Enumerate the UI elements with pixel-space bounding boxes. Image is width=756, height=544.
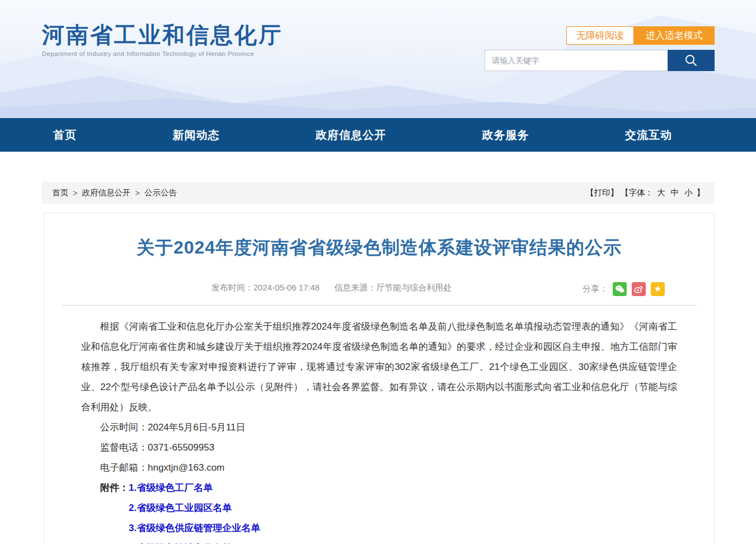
qzone-share-icon[interactable]: ★ (651, 282, 665, 296)
font-size-large[interactable]: 大 (657, 187, 665, 198)
article-container: 关于2024年度河南省省级绿色制造体系建设评审结果的公示 发布时间：2024-0… (44, 213, 715, 544)
breadcrumb-gov-info[interactable]: 政府信息公开 (82, 187, 130, 198)
share-label: 分享： (583, 280, 608, 297)
site-subtitle: Department of Industry and Information T… (42, 50, 283, 57)
page-tools: 【打印】 【字体： 大 中 小 】 (586, 187, 705, 198)
attachment-links: 1.省级绿色工厂名单 2.省级绿色工业园区名单 3.省级绿色供应链管理企业名单 … (129, 478, 260, 544)
article-title: 关于2024年度河南省省级绿色制造体系建设评审结果的公示 (44, 236, 714, 260)
wechat-share-icon[interactable] (613, 282, 627, 296)
attachment-link-green-factory[interactable]: 1.省级绿色工厂名单 (129, 478, 260, 498)
search-button[interactable] (668, 50, 715, 71)
publish-time-label: 发布时间： (212, 283, 253, 292)
source-label: 信息来源： (334, 283, 376, 292)
nav-item-services[interactable]: 政务服务 (482, 128, 529, 143)
contact-email: 电子邮箱：hngxtjn@163.com (81, 458, 677, 478)
breadcrumb-notices[interactable]: 公示公告 (144, 187, 177, 198)
breadcrumb-bar: 首页 > 政府信息公开 > 公示公告 【打印】 【字体： 大 中 小 】 (42, 182, 715, 204)
weibo-share-icon[interactable] (632, 282, 646, 296)
nav-item-news[interactable]: 新闻动态 (173, 128, 220, 143)
article-body: 根据《河南省工业和信息化厅办公室关于组织推荐2024年度省级绿色制造名单及前八批… (44, 306, 714, 544)
attachment-link-green-supply-chain[interactable]: 3.省级绿色供应链管理企业名单 (129, 518, 260, 538)
attachments-section: 附件： 1.省级绿色工厂名单 2.省级绿色工业园区名单 3.省级绿色供应链管理企… (81, 478, 677, 544)
search-input[interactable] (485, 50, 668, 71)
share-area: 分享： ★ (583, 280, 665, 297)
attachment-link-green-park[interactable]: 2.省级绿色工业园区名单 (129, 498, 260, 518)
elder-mode-button[interactable]: 进入适老模式 (634, 26, 715, 45)
nav-item-home[interactable]: 首页 (53, 128, 77, 143)
print-button[interactable]: 【打印】 (586, 187, 618, 198)
site-logo: 河南省工业和信息化厅 Department of Industry and In… (42, 22, 283, 57)
search-bar (485, 50, 715, 71)
site-banner: 河南省工业和信息化厅 Department of Industry and In… (0, 0, 756, 118)
source: 厅节能与综合利用处 (376, 283, 452, 292)
nav-item-interaction[interactable]: 交流互动 (625, 128, 672, 143)
breadcrumb-separator: > (73, 189, 77, 198)
nav-item-gov-info[interactable]: 政府信息公开 (316, 128, 386, 143)
font-size-medium[interactable]: 中 (671, 187, 679, 198)
breadcrumb-separator: > (135, 189, 139, 198)
font-size-small[interactable]: 小 (684, 187, 693, 198)
breadcrumb-home[interactable]: 首页 (52, 187, 68, 198)
attachment-link-green-design-product[interactable]: 4.省级绿色设计产品名单 (129, 538, 260, 544)
breadcrumb: 首页 > 政府信息公开 > 公示公告 (52, 187, 177, 198)
supervision-phone: 监督电话：0371-65509953 (81, 438, 677, 458)
article-meta: 发布时间：2024-05-06 17:48信息来源：厅节能与综合利用处 分享： (44, 279, 714, 296)
main-navigation: 首页 新闻动态 政府信息公开 政务服务 交流互动 (0, 118, 756, 152)
article-paragraph: 根据《河南省工业和信息化厅办公室关于组织推荐2024年度省级绿色制造名单及前八批… (81, 317, 677, 418)
search-icon (684, 53, 698, 68)
site-title: 河南省工业和信息化厅 (42, 22, 283, 47)
accessibility-reading-button[interactable]: 无障碍阅读 (566, 26, 634, 45)
public-notice-period: 公示时间：2024年5月6日-5月11日 (81, 418, 677, 438)
top-buttons: 无障碍阅读 进入适老模式 (566, 26, 715, 45)
font-size-label: 【字体： (621, 187, 653, 198)
attachments-label: 附件： (100, 478, 129, 498)
font-size-label-close: 】 (697, 187, 705, 198)
publish-time: 2024-05-06 17:48 (253, 283, 320, 292)
